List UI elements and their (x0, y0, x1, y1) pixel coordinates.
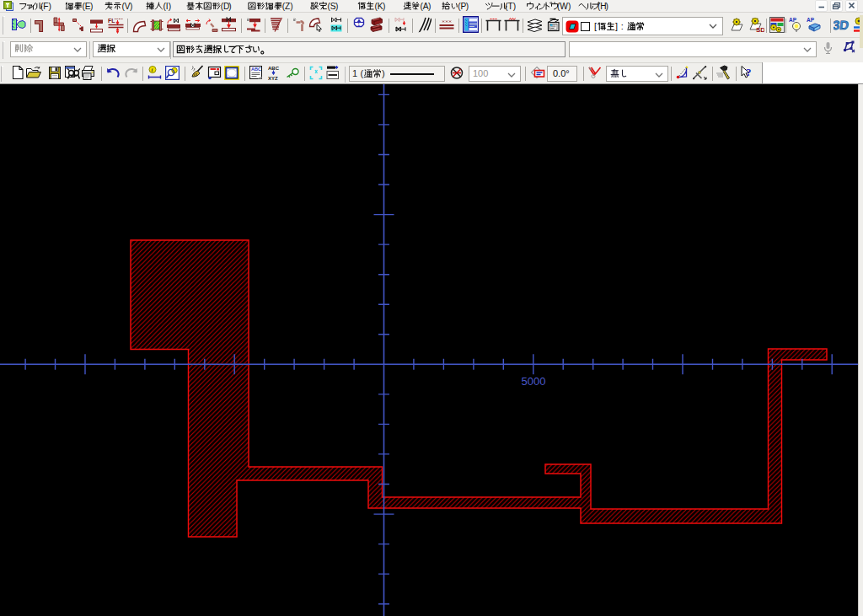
svg-text:): ) (168, 2, 170, 11)
svg-text:): ) (382, 68, 385, 78)
svg-text:): ) (512, 2, 515, 11)
svg-text:): ) (382, 2, 384, 11)
svg-text:0: 0 (483, 68, 488, 78)
svg-text:FL: FL (108, 18, 115, 24)
svg-text:SD: SD (756, 26, 764, 33)
svg-text:1: 1 (357, 22, 360, 27)
svg-text:): ) (290, 2, 292, 11)
svg-text:5000: 5000 (522, 375, 546, 388)
svg-text:AP: AP (807, 17, 815, 23)
svg-text:ABC: ABC (268, 66, 280, 71)
svg-text:): ) (427, 2, 430, 11)
svg-text:(: ( (360, 68, 363, 78)
svg-text:): ) (465, 2, 468, 11)
svg-text:?: ? (746, 66, 752, 78)
svg-text:XYZ: XYZ (268, 76, 278, 81)
svg-text:W: W (560, 2, 568, 11)
svg-text:1: 1 (352, 68, 357, 78)
svg-text:]: ] (615, 21, 618, 31)
svg-text:): ) (335, 2, 337, 11)
svg-text:T: T (507, 2, 512, 11)
svg-text:): ) (228, 2, 231, 11)
svg-text:): ) (48, 2, 51, 11)
svg-text:): ) (89, 2, 92, 11)
svg-text:i: i (152, 67, 153, 72)
svg-text:): ) (129, 2, 131, 11)
svg-text::: : (621, 21, 624, 31)
svg-text:): ) (568, 2, 571, 11)
svg-text:AP: AP (789, 17, 797, 23)
svg-text:ABC: ABC (251, 67, 261, 72)
svg-text:Z: Z (285, 2, 290, 11)
svg-text:3D: 3D (834, 18, 850, 32)
svg-text:): ) (605, 2, 608, 11)
svg-text:[: [ (594, 21, 597, 31)
svg-text:F: F (43, 2, 48, 11)
